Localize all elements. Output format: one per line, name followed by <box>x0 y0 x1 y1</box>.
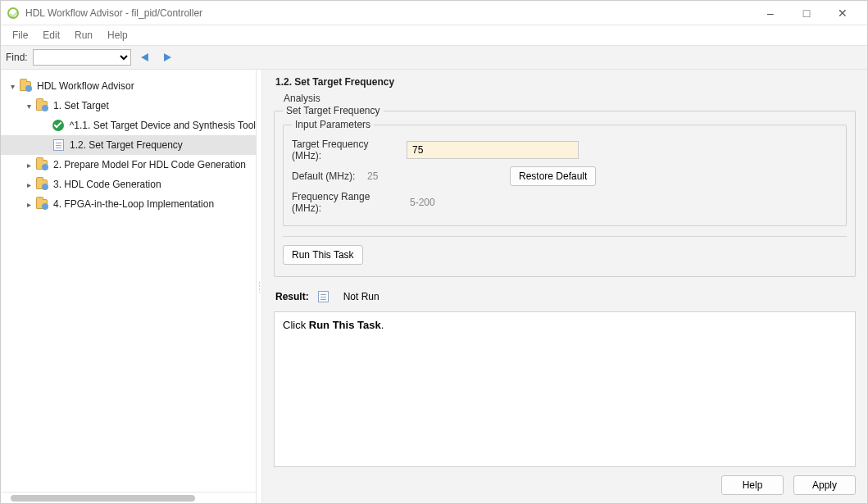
chevron-right-icon[interactable]: ▸ <box>22 161 35 170</box>
status-icon <box>318 291 329 302</box>
panel-title: 1.2. Set Target Frequency <box>274 70 856 91</box>
tree-target-frequency[interactable]: 1.2. Set Target Frequency <box>1 135 256 155</box>
default-frequency-label: Default (MHz): <box>292 170 357 182</box>
result-text-pre: Click <box>283 319 309 331</box>
tree-hdl-gen[interactable]: ▸ 3. HDL Code Generation <box>1 175 256 194</box>
restore-default-button[interactable]: Restore Default <box>510 166 596 186</box>
tree-set-target[interactable]: ▾ 1. Set Target <box>1 96 256 116</box>
help-button[interactable]: Help <box>721 475 784 495</box>
folder-icon <box>36 199 48 209</box>
tree-item-label: 3. HDL Code Generation <box>53 179 161 190</box>
chevron-right-icon[interactable]: ▸ <box>22 200 35 209</box>
folder-icon <box>36 101 48 111</box>
frequency-range-label: Frequency Range (MHz): <box>292 191 400 214</box>
close-button[interactable]: ✕ <box>825 2 861 25</box>
sidebar-scrollbar[interactable] <box>1 492 256 503</box>
tree-item-label: ^1.1. Set Target Device and Synthesis To… <box>70 120 256 131</box>
minimize-button[interactable]: – <box>752 2 788 25</box>
footer: Help Apply <box>262 467 867 503</box>
tree-item-label: 1. Set Target <box>53 100 109 111</box>
tree-prepare-model[interactable]: ▸ 2. Prepare Model For HDL Code Generati… <box>1 155 256 175</box>
group-legend: Set Target Frequency <box>283 105 384 116</box>
folder-icon <box>20 81 31 91</box>
grip-icon <box>258 281 261 293</box>
result-status: Not Run <box>343 291 379 302</box>
default-frequency-value: 25 <box>364 170 503 182</box>
find-input[interactable] <box>33 49 131 66</box>
folder-icon <box>36 160 48 170</box>
window-title: HDL Workflow Advisor - fil_pid/Controlle… <box>25 7 752 19</box>
set-target-frequency-group: Set Target Frequency Input Parameters Ta… <box>274 111 856 277</box>
frequency-range-value: 5-200 <box>407 197 546 208</box>
sidebar: ▾ HDL Workflow Advisor ▾ 1. Set Target <box>1 70 257 503</box>
menu-run[interactable]: Run <box>68 28 99 43</box>
folder-icon <box>36 179 48 189</box>
menu-edit[interactable]: Edit <box>36 28 66 43</box>
arrow-left-icon <box>141 53 148 61</box>
find-next-button[interactable] <box>159 49 177 66</box>
apply-button[interactable]: Apply <box>793 475 856 495</box>
find-label: Find: <box>6 52 28 63</box>
app-logo-icon <box>7 7 19 19</box>
target-frequency-input[interactable] <box>407 141 579 159</box>
menu-help[interactable]: Help <box>101 28 134 43</box>
task-icon <box>53 139 64 151</box>
result-output: Click Run This Task. <box>274 311 856 467</box>
tree-target-device[interactable]: ^1.1. Set Target Device and Synthesis To… <box>1 116 256 135</box>
result-text-bold: Run This Task <box>309 319 381 331</box>
run-this-task-button[interactable]: Run This Task <box>283 245 363 265</box>
input-parameters-group: Input Parameters Target Frequency (MHz):… <box>283 125 847 226</box>
content-panel: 1.2. Set Target Frequency Analysis Set T… <box>261 70 867 503</box>
tree-root[interactable]: ▾ HDL Workflow Advisor <box>1 76 256 96</box>
target-frequency-label: Target Frequency (MHz): <box>292 138 400 161</box>
check-circle-icon <box>52 120 64 131</box>
result-text-post: . <box>381 319 384 331</box>
menu-bar: File Edit Run Help <box>1 25 867 45</box>
find-toolbar: Find: <box>1 45 867 70</box>
chevron-right-icon[interactable]: ▸ <box>22 180 35 189</box>
arrow-right-icon <box>164 53 171 61</box>
inner-legend: Input Parameters <box>292 119 374 130</box>
title-bar: HDL Workflow Advisor - fil_pid/Controlle… <box>1 1 867 25</box>
chevron-down-icon[interactable]: ▾ <box>6 82 19 91</box>
workflow-tree[interactable]: ▾ HDL Workflow Advisor ▾ 1. Set Target <box>1 70 256 492</box>
find-prev-button[interactable] <box>136 49 154 66</box>
tree-item-label: 4. FPGA-in-the-Loop Implementation <box>53 198 214 210</box>
chevron-down-icon[interactable]: ▾ <box>22 102 35 111</box>
tree-item-label: 1.2. Set Target Frequency <box>70 139 183 151</box>
menu-file[interactable]: File <box>6 28 34 43</box>
tree-item-label: 2. Prepare Model For HDL Code Generation <box>53 159 246 170</box>
tree-root-label: HDL Workflow Advisor <box>37 80 134 92</box>
tree-fpga-loop[interactable]: ▸ 4. FPGA-in-the-Loop Implementation <box>1 194 256 214</box>
result-label: Result: <box>275 291 309 302</box>
maximize-button[interactable]: □ <box>788 2 825 25</box>
